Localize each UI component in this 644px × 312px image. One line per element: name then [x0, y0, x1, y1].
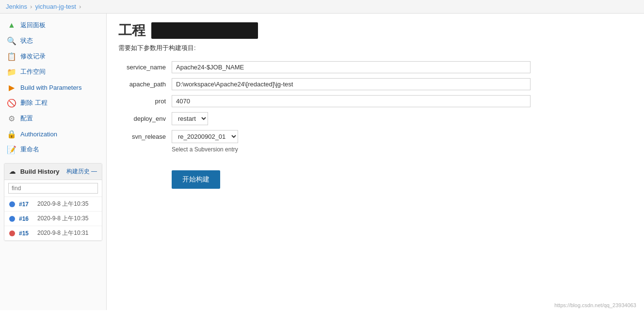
build-status-dot: [9, 216, 15, 222]
breadcrumb-sep-1: ›: [30, 3, 32, 10]
sidebar: ▲返回面板🔍状态📋修改记录📁工作空间▶Build with Parameters…: [0, 14, 107, 310]
sidebar-label-workspace: 工作空间: [20, 67, 46, 76]
sidebar-icon-delete: 🚫: [7, 98, 16, 108]
build-status-dot: [9, 230, 15, 236]
sidebar-label-status: 状态: [20, 36, 33, 45]
param-input-prot[interactable]: [172, 95, 531, 107]
build-item-#16: #162020-9-8 上午10:35: [4, 212, 102, 226]
param-row-service_name: service_name: [118, 61, 531, 73]
build-date: 2020-9-8 上午10:35: [37, 214, 88, 223]
sidebar-icon-configure: ⚙: [7, 114, 16, 123]
param-label-apache_path: apache_path: [118, 81, 172, 88]
sidebar-icon-authorization: 🔒: [7, 129, 16, 139]
build-history-title: ☁ Build History: [9, 168, 60, 175]
param-select-deploy_env[interactable]: restartstartstop: [172, 112, 208, 125]
param-label-prot: prot: [118, 98, 172, 105]
sidebar-label-rename: 重命名: [20, 145, 39, 154]
breadcrumb-jenkins[interactable]: Jenkins: [6, 3, 27, 10]
sidebar-label-build-with-params: Build with Parameters: [20, 84, 81, 91]
param-label-service_name: service_name: [118, 64, 172, 71]
sidebar-icon-rename: 📝: [7, 145, 16, 154]
sidebar-icon-status: 🔍: [7, 36, 16, 46]
build-status-dot: [9, 201, 15, 207]
build-item-#17: #172020-9-8 上午10:35: [4, 197, 102, 212]
sidebar-item-authorization[interactable]: 🔒Authorization: [0, 126, 106, 142]
build-history-panel: ☁ Build History 构建历史 — #172020-9-8 上午10:…: [4, 163, 102, 241]
param-select-svn_release[interactable]: re_20200902_01: [172, 130, 238, 143]
build-num-link[interactable]: #16: [19, 215, 33, 222]
page-title: 工程: [118, 21, 632, 40]
param-row-svn_release: svn_release re_20200902_01: [118, 130, 531, 143]
sidebar-item-rename[interactable]: 📝重命名: [0, 142, 106, 157]
param-hint-svn_release: Select a Subversion entry: [172, 146, 531, 153]
sidebar-label-authorization: Authorization: [20, 131, 57, 138]
build-search-row: [4, 180, 102, 197]
param-form: service_name apache_path prot deploy_env…: [118, 61, 531, 189]
param-row-deploy_env: deploy_env restartstartstop: [118, 112, 531, 125]
sidebar-icon-workspace: 📁: [7, 67, 16, 77]
sidebar-icon-changes: 📋: [7, 51, 16, 61]
breadcrumb-sep-2: ›: [79, 3, 81, 10]
sidebar-label-configure: 配置: [20, 114, 33, 123]
main-content: 工程 需要如下参数用于构建项目: service_name apache_pat…: [107, 14, 644, 310]
footer-watermark: https://blog.csdn.net/qq_23934063: [554, 302, 636, 308]
sidebar-item-workspace[interactable]: 📁工作空间: [0, 64, 106, 80]
sidebar-item-status[interactable]: 🔍状态: [0, 33, 106, 49]
sidebar-item-configure[interactable]: ⚙配置: [0, 111, 106, 126]
form-subtitle: 需要如下参数用于构建项目:: [118, 44, 632, 52]
build-date: 2020-9-8 上午10:31: [37, 229, 88, 237]
sidebar-icon-back: ▲: [7, 20, 16, 30]
build-num-link[interactable]: #17: [19, 201, 33, 208]
build-item-#15: #152020-9-8 上午10:31: [4, 226, 102, 241]
sidebar-item-build-with-params[interactable]: ▶Build with Parameters: [0, 80, 106, 95]
breadcrumb-project[interactable]: yichuan-jg-test: [35, 3, 76, 10]
build-history-header: ☁ Build History 构建历史 —: [4, 164, 102, 180]
title-redacted: [151, 22, 258, 39]
sidebar-label-delete: 删除 工程: [20, 99, 48, 107]
sidebar-item-delete[interactable]: 🚫删除 工程: [0, 95, 106, 111]
build-num-link[interactable]: #15: [19, 230, 33, 237]
sidebar-icon-build-with-params: ▶: [7, 82, 16, 92]
param-row-prot: prot: [118, 95, 531, 107]
build-history-link[interactable]: 构建历史 —: [66, 167, 97, 176]
param-label-deploy_env: deploy_env: [118, 115, 172, 122]
sidebar-item-changes[interactable]: 📋修改记录: [0, 49, 106, 64]
build-search-input[interactable]: [8, 183, 98, 194]
sidebar-label-changes: 修改记录: [20, 52, 46, 61]
breadcrumb: Jenkins › yichuan-jg-test ›: [0, 0, 644, 14]
submit-button[interactable]: 开始构建: [172, 170, 220, 189]
param-input-apache_path[interactable]: [172, 78, 531, 90]
param-input-service_name[interactable]: [172, 61, 531, 73]
build-date: 2020-9-8 上午10:35: [37, 200, 88, 208]
param-row-apache_path: apache_path: [118, 78, 531, 90]
sidebar-item-back[interactable]: ▲返回面板: [0, 17, 106, 33]
sidebar-label-back: 返回面板: [20, 21, 46, 30]
param-label-svn_release: svn_release: [118, 133, 172, 140]
